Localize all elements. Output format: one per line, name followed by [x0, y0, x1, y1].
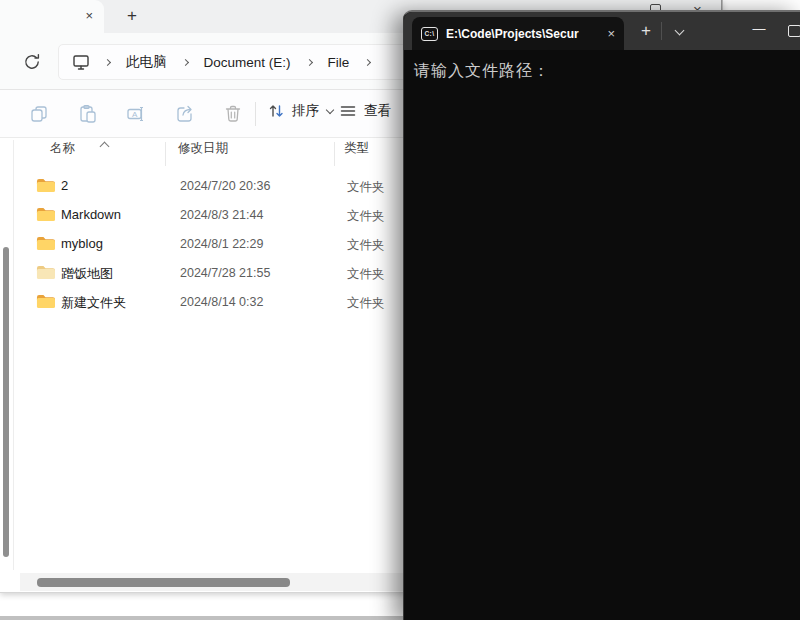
file-date: 2024/8/14 0:32	[180, 295, 263, 309]
file-date: 2024/8/3 21:44	[180, 208, 263, 222]
folder-icon	[36, 206, 55, 222]
column-header-name[interactable]: 名称	[50, 140, 75, 168]
terminal-new-tab-button[interactable]: +	[633, 18, 659, 44]
chevron-right-icon	[305, 58, 312, 65]
column-divider	[165, 142, 166, 166]
sort-ascending-icon	[100, 142, 110, 152]
file-name: 新建文件夹	[61, 294, 126, 312]
breadcrumb-item-file[interactable]: File	[322, 51, 356, 74]
share-button[interactable]	[174, 103, 196, 125]
view-list-icon	[338, 101, 358, 121]
delete-button[interactable]	[222, 103, 244, 125]
file-name: 2	[61, 178, 68, 193]
view-button[interactable]: 查看	[338, 101, 397, 121]
explorer-tab[interactable]: ×	[0, 0, 104, 33]
chevron-right-icon	[104, 58, 111, 65]
file-date: 2024/7/20 20:36	[180, 179, 270, 193]
file-type: 文件夹	[347, 266, 385, 283]
vertical-scrollbar[interactable]	[3, 247, 9, 557]
folder-icon	[36, 293, 55, 309]
command-prompt-icon: C:\	[421, 27, 438, 41]
refresh-button[interactable]	[21, 51, 43, 73]
file-name: 蹭饭地图	[61, 265, 113, 283]
breadcrumb-item-drive-e[interactable]: Document (E:)	[198, 51, 297, 74]
chevron-down-icon	[675, 26, 685, 36]
copy-button[interactable]	[28, 103, 50, 125]
chevron-down-icon	[326, 106, 334, 114]
this-pc-icon[interactable]	[71, 52, 91, 72]
terminal-prompt-text: 请输入文件路径：	[414, 61, 550, 80]
file-type: 文件夹	[347, 179, 385, 196]
svg-text:A: A	[132, 110, 138, 119]
view-label: 查看	[364, 102, 391, 120]
terminal-title-bar: C:\ E:\Code\Projects\Secur × + —	[404, 12, 800, 50]
file-type: 文件夹	[347, 237, 385, 254]
terminal-window: C:\ E:\Code\Projects\Secur × + — 请输入文件路径…	[403, 10, 800, 620]
navigation-pane-divider	[13, 140, 14, 570]
trash-icon	[222, 103, 244, 125]
folder-icon	[36, 235, 55, 251]
horizontal-scrollbar[interactable]	[37, 578, 290, 587]
chevron-right-icon	[181, 58, 188, 65]
file-name: myblog	[61, 236, 103, 251]
rename-icon: A	[125, 103, 147, 125]
chevron-right-icon	[364, 58, 371, 65]
tab-close-icon[interactable]: ×	[85, 7, 93, 25]
file-type: 文件夹	[347, 295, 385, 312]
new-tab-button[interactable]: +	[120, 4, 144, 28]
refresh-icon	[21, 51, 43, 73]
terminal-dropdown-button[interactable]	[667, 18, 693, 44]
rename-button[interactable]: A	[125, 103, 147, 125]
copy-icon	[28, 103, 50, 125]
breadcrumb-item-this-pc[interactable]: 此电脑	[120, 49, 173, 75]
column-header-date[interactable]: 修改日期	[178, 140, 228, 168]
paste-button[interactable]	[77, 103, 99, 125]
column-header-type[interactable]: 类型	[344, 140, 369, 168]
terminal-tab-title: E:\Code\Projects\Secur	[446, 27, 603, 41]
sort-button[interactable]: 排序	[266, 101, 335, 121]
file-name: Markdown	[61, 207, 121, 222]
terminal-minimize-button[interactable]: —	[744, 14, 774, 44]
file-date: 2024/8/1 22:29	[180, 237, 263, 251]
sort-arrows-icon	[266, 101, 286, 121]
terminal-toolbar-divider	[661, 22, 662, 40]
terminal-content: 请输入文件路径：	[404, 50, 800, 82]
terminal-tab[interactable]: C:\ E:\Code\Projects\Secur ×	[412, 17, 624, 50]
share-icon	[174, 103, 196, 125]
paste-icon	[77, 103, 99, 125]
terminal-tab-close-icon[interactable]: ×	[607, 26, 615, 41]
terminal-maximize-button[interactable]	[788, 25, 800, 37]
sort-label: 排序	[292, 102, 319, 120]
folder-icon	[36, 177, 55, 193]
file-date: 2024/7/28 21:55	[180, 266, 270, 280]
file-type: 文件夹	[347, 208, 385, 225]
column-divider	[334, 142, 335, 166]
toolbar-divider	[255, 102, 256, 126]
empty-folder-icon	[36, 264, 55, 280]
